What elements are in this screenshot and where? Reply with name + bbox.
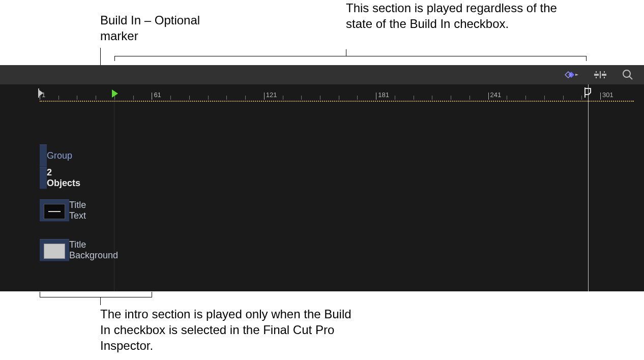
- callout-bracket: [40, 297, 152, 297]
- callout-bracket-end: [114, 56, 115, 61]
- ruler-label: 301: [602, 91, 613, 99]
- callout-build-in-marker: Build In – Optional marker: [100, 12, 232, 44]
- ruler-tick-minor: [563, 96, 564, 100]
- timeline-panel: 161121181241301 Group: [0, 65, 644, 291]
- figure: { "callouts": { "build_in_marker": "Buil…: [0, 0, 644, 360]
- callout-bracket: [114, 56, 587, 56]
- ruler-tick-minor: [226, 96, 227, 100]
- keyframe-menu-button[interactable]: [558, 65, 586, 84]
- svg-rect-5: [600, 71, 601, 78]
- ruler-tick: [264, 93, 265, 100]
- callout-played-always: This section is played regardless of the…: [346, 0, 560, 32]
- ruler-label: 241: [490, 91, 502, 99]
- svg-rect-7: [604, 71, 605, 73]
- svg-rect-9: [604, 77, 605, 78]
- ruler-tick: [600, 93, 601, 100]
- timeline-toolbar: [0, 65, 644, 84]
- ruler-tick-minor: [77, 96, 77, 100]
- ruler-label: 121: [266, 91, 277, 99]
- ruler-tick-minor: [283, 96, 283, 100]
- callout-leader-line: [346, 49, 346, 56]
- svg-rect-6: [596, 71, 597, 73]
- svg-marker-2: [575, 74, 578, 76]
- layer-name: Title Text: [69, 200, 86, 221]
- ruler-label: 61: [154, 91, 161, 99]
- ruler-tick-minor: [170, 96, 171, 100]
- ruler-tick-minor: [189, 96, 190, 100]
- svg-rect-4: [602, 74, 606, 76]
- ruler-tick-minor: [320, 96, 320, 100]
- layer-thumbnail: [44, 204, 65, 219]
- ruler-tick-minor: [470, 96, 470, 100]
- ruler-tick-minor: [339, 96, 339, 100]
- svg-point-10: [623, 70, 630, 77]
- group-label: Group: [47, 151, 72, 161]
- ruler-tick: [376, 93, 376, 100]
- ruler-tick: [152, 93, 152, 100]
- project-start-marker-icon[interactable]: [37, 88, 44, 98]
- snapping-icon: [593, 70, 608, 79]
- ruler-tick-minor: [133, 96, 134, 100]
- ruler-tick-minor: [301, 96, 302, 100]
- ruler-tick: [488, 93, 489, 100]
- callout-bracket-end: [586, 56, 587, 61]
- ruler-tick-minor: [507, 96, 507, 100]
- callout-intro-section: The intro section is played only when th…: [100, 306, 355, 354]
- ruler-tick-minor: [581, 96, 582, 100]
- play-range-indicator: [40, 101, 634, 102]
- ruler-tick-minor: [96, 96, 96, 100]
- ruler-tick-minor: [414, 96, 414, 100]
- magnifier-icon: [622, 69, 634, 81]
- layer-name: Title Background: [69, 239, 118, 261]
- build-in-optional-marker-icon[interactable]: [112, 89, 118, 98]
- timeline-tracks: Group 2 Objects Title Text Title Backgro…: [0, 105, 644, 291]
- ruler-tick-minor: [208, 96, 209, 100]
- ruler-tick-minor: [58, 96, 59, 100]
- svg-line-11: [629, 76, 632, 79]
- ruler-tick-minor: [245, 96, 246, 100]
- ruler-tick-minor: [525, 96, 526, 100]
- zoom-tool-button[interactable]: [613, 65, 642, 84]
- ruler-label: 181: [378, 91, 389, 99]
- keyframe-icon: [564, 71, 579, 79]
- ruler-tick-minor: [395, 96, 395, 100]
- timeline-ruler[interactable]: 161121181241301: [0, 84, 644, 100]
- callout-bracket-end: [40, 292, 40, 297]
- layer-thumbnail: [44, 244, 65, 259]
- callout-bracket-end: [152, 292, 152, 297]
- ruler-tick-minor: [451, 96, 451, 100]
- ruler-tick-minor: [357, 96, 358, 100]
- svg-rect-3: [594, 74, 599, 76]
- snapping-menu-button[interactable]: [586, 65, 614, 84]
- svg-rect-8: [596, 77, 597, 78]
- group-object-count: 2 Objects: [47, 167, 80, 189]
- callout-leader-line: [100, 297, 101, 305]
- ruler-tick-minor: [432, 96, 432, 100]
- ruler-tick-minor: [544, 96, 545, 100]
